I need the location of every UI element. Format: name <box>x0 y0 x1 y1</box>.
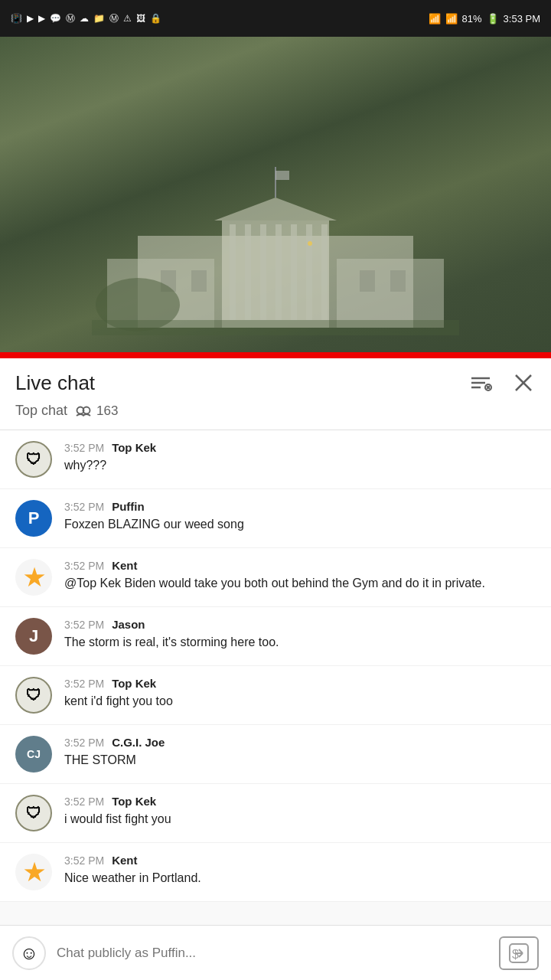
message-time: 3:52 PM <box>64 619 104 631</box>
message-author: Kent <box>112 559 137 572</box>
emoji-button[interactable]: ☺ <box>12 936 46 970</box>
svg-rect-7 <box>276 224 282 320</box>
viewer-count: 163 <box>75 403 118 419</box>
avatar: 🛡 <box>15 441 52 478</box>
send-button[interactable]: $ <box>499 936 539 970</box>
svg-rect-8 <box>291 224 297 320</box>
message-meta: 3:52 PM Jason <box>64 618 536 631</box>
viewer-number: 163 <box>96 403 118 419</box>
signal-icon: 📶 <box>445 13 458 24</box>
avatar: P <box>15 500 52 537</box>
chat-message: ★ 3:52 PM Kent @Top Kek Biden would take… <box>0 548 551 607</box>
chat-message: 🛡 3:52 PM Top Kek i would fist fight you <box>0 784 551 843</box>
emoji-icon: ☺ <box>20 942 39 964</box>
chat-input[interactable] <box>57 946 488 961</box>
message-time: 3:52 PM <box>64 737 104 749</box>
chat-message: 🛡 3:52 PM Top Kek why??? <box>0 430 551 489</box>
message-author: Top Kek <box>112 441 156 454</box>
cloud-icon: ☁ <box>80 13 89 24</box>
message-meta: 3:52 PM Kent <box>64 559 536 572</box>
m-icon: Ⓜ <box>66 12 75 25</box>
svg-text:$: $ <box>512 948 519 961</box>
message-body: 3:52 PM Kent Nice weather in Portland. <box>64 854 536 887</box>
warning-icon: ⚠ <box>123 13 132 24</box>
message-author: Puffin <box>112 500 145 513</box>
lock-icon: 🔒 <box>150 13 161 24</box>
chat-input-area: ☺ $ <box>0 925 551 980</box>
topchat-label[interactable]: Top chat <box>15 403 67 419</box>
message-author: Kent <box>112 854 137 867</box>
message-icon: 💬 <box>50 13 61 24</box>
message-meta: 3:52 PM Top Kek <box>64 441 536 454</box>
message-author: Top Kek <box>112 677 156 690</box>
avatar: 🛡 <box>15 677 52 714</box>
chat-message: ★ 3:52 PM Kent Nice weather in Portland. <box>0 843 551 902</box>
message-body: 3:52 PM Top Kek why??? <box>64 441 536 474</box>
message-body: 3:52 PM Kent @Top Kek Biden would take y… <box>64 559 536 592</box>
chat-list: 🛡 3:52 PM Top Kek why??? P 3:52 PM Puffi… <box>0 430 551 963</box>
svg-rect-9 <box>306 224 312 320</box>
video-player[interactable] <box>0 37 551 358</box>
svg-rect-20 <box>92 320 459 335</box>
svg-rect-5 <box>245 224 251 320</box>
avatar: CJ <box>15 736 52 773</box>
send-icon: $ <box>508 942 530 964</box>
svg-rect-16 <box>360 270 375 292</box>
chat-message: J 3:52 PM Jason The storm is real, it's … <box>0 607 551 666</box>
message-body: 3:52 PM Top Kek kent i'd fight you too <box>64 677 536 710</box>
message-text: The storm is real, it's storming here to… <box>64 634 536 651</box>
clock: 3:53 PM <box>504 13 540 24</box>
chat-message: CJ 3:52 PM C.G.I. Joe THE STORM <box>0 725 551 784</box>
avatar: ★ <box>15 559 52 596</box>
m2-icon: Ⓜ <box>109 12 119 25</box>
svg-rect-4 <box>230 224 236 320</box>
message-author: Top Kek <box>112 795 156 808</box>
chat-message: 🛡 3:52 PM Top Kek kent i'd fight you too <box>0 666 551 725</box>
svg-rect-17 <box>390 270 406 292</box>
image-icon: 🖼 <box>136 13 145 24</box>
notification-icon: 📳 <box>11 13 22 24</box>
message-meta: 3:52 PM Top Kek <box>64 795 536 808</box>
chat-message: P 3:52 PM Puffin Foxzen BLAZING our weed… <box>0 489 551 548</box>
wifi-icon: 📶 <box>429 13 441 24</box>
svg-rect-10 <box>321 224 328 320</box>
message-time: 3:52 PM <box>64 854 104 867</box>
message-meta: 3:52 PM Kent <box>64 854 536 867</box>
avatar: J <box>15 618 52 655</box>
youtube2-icon: ▶ <box>38 13 45 24</box>
battery-percent: 81% <box>462 13 482 24</box>
battery-icon: 🔋 <box>487 13 499 24</box>
svg-rect-13 <box>337 259 444 328</box>
svg-marker-11 <box>214 198 337 220</box>
message-time: 3:52 PM <box>64 560 104 572</box>
message-time: 3:52 PM <box>64 795 104 808</box>
message-body: 3:52 PM C.G.I. Joe THE STORM <box>64 736 536 769</box>
svg-rect-15 <box>191 270 207 292</box>
message-body: 3:52 PM Top Kek i would fist fight you <box>64 795 536 828</box>
message-meta: 3:52 PM Puffin <box>64 500 536 513</box>
svg-rect-1 <box>276 171 289 180</box>
message-text: Foxzen BLAZING our weed song <box>64 516 536 533</box>
message-meta: 3:52 PM C.G.I. Joe <box>64 736 536 749</box>
message-text: THE STORM <box>64 752 536 769</box>
message-text: why??? <box>64 457 536 474</box>
message-meta: 3:52 PM Top Kek <box>64 677 536 690</box>
message-time: 3:52 PM <box>64 678 104 690</box>
livechat-header: Live chat Top chat <box>0 358 551 430</box>
status-right: 📶 📶 81% 🔋 3:53 PM <box>429 13 540 24</box>
svg-point-21 <box>308 241 312 246</box>
files-icon: 📁 <box>93 13 105 24</box>
filter-button[interactable] <box>468 371 493 395</box>
message-text: @Top Kek Biden would take you both out b… <box>64 575 536 592</box>
message-time: 3:52 PM <box>64 442 104 454</box>
status-icons: 📳 ▶ ▶ 💬 Ⓜ ☁ 📁 Ⓜ ⚠ 🖼 🔒 <box>11 12 161 25</box>
message-text: i would fist fight you <box>64 811 536 828</box>
message-body: 3:52 PM Puffin Foxzen BLAZING our weed s… <box>64 500 536 533</box>
message-time: 3:52 PM <box>64 501 104 513</box>
message-body: 3:52 PM Jason The storm is real, it's st… <box>64 618 536 651</box>
close-button[interactable] <box>511 371 536 395</box>
message-author: C.G.I. Joe <box>112 736 165 749</box>
youtube-icon: ▶ <box>27 13 34 24</box>
svg-rect-6 <box>260 224 266 320</box>
message-author: Jason <box>112 618 145 631</box>
